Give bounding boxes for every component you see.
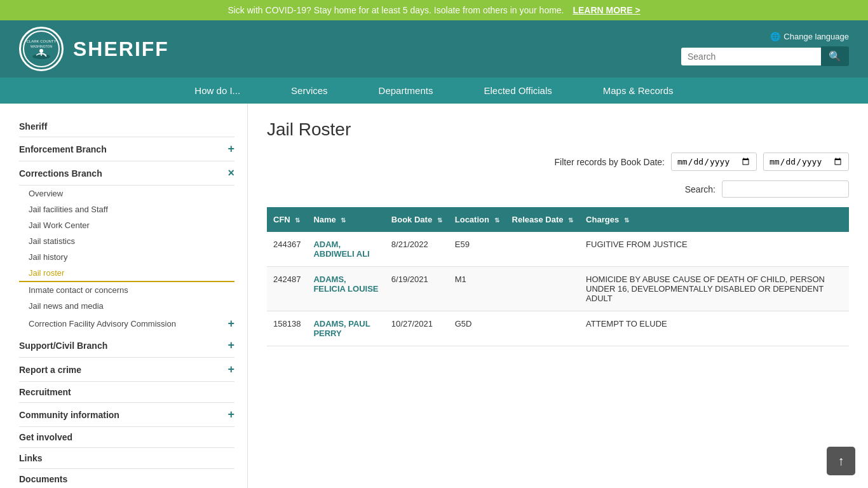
nav-elected-officials[interactable]: Elected Officials bbox=[458, 78, 577, 104]
logo: CLARK COUNTY WASHINGTON bbox=[19, 27, 64, 71]
table-row: 244367ADAM, ABDIWELI ALI8/21/2022E59FUGI… bbox=[267, 232, 849, 267]
location-sort-icon: ⇅ bbox=[494, 217, 499, 224]
cell-release-date bbox=[506, 232, 580, 267]
cell-release-date bbox=[506, 267, 580, 311]
sidebar-item-jail-news[interactable]: Jail news and media bbox=[19, 298, 234, 314]
nav-maps-records[interactable]: Maps & Records bbox=[578, 78, 699, 104]
sidebar-recruitment-label: Recruitment bbox=[19, 387, 71, 397]
report-crime-toggle-icon: + bbox=[227, 363, 234, 376]
sidebar-item-recruitment[interactable]: Recruitment bbox=[19, 382, 234, 403]
sidebar-report-crime-label: Report a crime bbox=[19, 365, 81, 375]
col-header-book-date[interactable]: Book Date ⇅ bbox=[385, 207, 449, 232]
sidebar-item-corrections[interactable]: Corrections Branch × bbox=[19, 161, 234, 186]
charges-sort-icon: ⇅ bbox=[624, 217, 629, 224]
inmate-name-link[interactable]: ADAMS, PAUL PERRY bbox=[313, 319, 370, 338]
sidebar-item-overview[interactable]: Overview bbox=[19, 186, 234, 201]
col-header-release-date[interactable]: Release Date ⇅ bbox=[506, 207, 580, 232]
cell-name: ADAMS, FELICIA LOUISE bbox=[307, 267, 384, 311]
search-row: Search: bbox=[267, 180, 849, 198]
table-row: 158138ADAMS, PAUL PERRY10/27/2021G5DATTE… bbox=[267, 311, 849, 346]
sidebar-jail-facilities-label: Jail facilities and Staff bbox=[29, 205, 108, 214]
support-civil-toggle-icon: + bbox=[227, 339, 234, 352]
search-label: Search: bbox=[685, 184, 715, 194]
sheriff-title: SHERIFF bbox=[73, 37, 169, 61]
sidebar-jail-history-label: Jail history bbox=[29, 252, 67, 262]
cell-book-date: 8/21/2022 bbox=[385, 232, 449, 267]
book-date-start-input[interactable] bbox=[671, 152, 757, 171]
site-header: CLARK COUNTY WASHINGTON SHERIFF 🌐 Change… bbox=[0, 20, 868, 78]
svg-text:WASHINGTON: WASHINGTON bbox=[31, 44, 53, 48]
sidebar-item-report-crime[interactable]: Report a crime + bbox=[19, 358, 234, 382]
sidebar-item-jail-history[interactable]: Jail history bbox=[19, 249, 234, 265]
nav-how-do-i[interactable]: How do I... bbox=[169, 78, 266, 104]
col-header-location[interactable]: Location ⇅ bbox=[449, 207, 506, 232]
svg-point-4 bbox=[39, 49, 43, 53]
filter-label: Filter records by Book Date: bbox=[554, 157, 665, 167]
sidebar-item-correction-facility[interactable]: Correction Facility Advisory Commission … bbox=[19, 314, 234, 334]
inmate-name-link[interactable]: ADAMS, FELICIA LOUISE bbox=[313, 274, 378, 294]
sidebar-item-links[interactable]: Links bbox=[19, 448, 234, 469]
table-search-input[interactable] bbox=[722, 180, 849, 198]
sidebar-item-documents[interactable]: Documents bbox=[19, 469, 234, 488]
sidebar-documents-label: Documents bbox=[19, 474, 67, 484]
sidebar-item-community[interactable]: Community information + bbox=[19, 403, 234, 427]
cell-location: E59 bbox=[449, 232, 506, 267]
sidebar-item-get-involved[interactable]: Get involved bbox=[19, 427, 234, 448]
scroll-top-button[interactable]: ↑ bbox=[827, 447, 855, 475]
corrections-toggle-icon: × bbox=[227, 166, 234, 180]
name-sort-icon: ⇅ bbox=[341, 217, 346, 224]
change-language-button[interactable]: 🌐 Change language bbox=[770, 32, 849, 41]
cell-release-date bbox=[506, 311, 580, 346]
sidebar-item-jail-facilities[interactable]: Jail facilities and Staff bbox=[19, 201, 234, 217]
sidebar-enforcement-label: Enforcement Branch bbox=[19, 144, 107, 154]
book-date-end-input[interactable] bbox=[763, 152, 849, 171]
table-header-row: CFN ⇅ Name ⇅ Book Date ⇅ Location ⇅ Rele… bbox=[267, 207, 849, 232]
main-nav: How do I... Services Departments Elected… bbox=[0, 78, 868, 104]
release-date-sort-icon: ⇅ bbox=[568, 217, 573, 224]
sidebar-inmate-contact-label: Inmate contact or concerns bbox=[29, 285, 128, 295]
sidebar-item-sheriff[interactable]: Sheriff bbox=[19, 116, 234, 137]
sidebar-corrections-label: Corrections Branch bbox=[19, 168, 102, 179]
page-title: Jail Roster bbox=[267, 119, 849, 140]
nav-services[interactable]: Services bbox=[266, 78, 353, 104]
sidebar-item-jail-work-center[interactable]: Jail Work Center bbox=[19, 217, 234, 233]
col-header-cfn[interactable]: CFN ⇅ bbox=[267, 207, 307, 232]
cell-charges: ATTEMPT TO ELUDE bbox=[580, 311, 849, 346]
sidebar-item-enforcement[interactable]: Enforcement Branch + bbox=[19, 137, 234, 161]
inmate-name-link[interactable]: ADAM, ABDIWELI ALI bbox=[313, 240, 369, 259]
cell-name: ADAMS, PAUL PERRY bbox=[307, 311, 384, 346]
header-search: 🔍 bbox=[681, 46, 849, 66]
sidebar-jail-work-center-label: Jail Work Center bbox=[29, 220, 90, 230]
sidebar-item-jail-roster[interactable]: Jail roster bbox=[19, 265, 234, 282]
col-header-name[interactable]: Name ⇅ bbox=[307, 207, 384, 232]
cfn-sort-icon: ⇅ bbox=[295, 217, 300, 224]
sidebar-sheriff-label: Sheriff bbox=[19, 121, 47, 132]
search-button[interactable]: 🔍 bbox=[821, 46, 849, 66]
sidebar-support-civil-label: Support/Civil Branch bbox=[19, 341, 107, 351]
sidebar-get-involved-label: Get involved bbox=[19, 432, 72, 442]
sidebar-links-label: Links bbox=[19, 453, 43, 463]
globe-icon: 🌐 bbox=[770, 32, 780, 41]
svg-text:CLARK COUNTY: CLARK COUNTY bbox=[26, 39, 56, 43]
sidebar-jail-news-label: Jail news and media bbox=[29, 301, 104, 311]
sidebar-item-inmate-contact[interactable]: Inmate contact or concerns bbox=[19, 282, 234, 298]
sidebar-correction-facility-label: Correction Facility Advisory Commission bbox=[29, 319, 176, 329]
sidebar-jail-statistics-label: Jail statistics bbox=[29, 236, 75, 246]
cell-cfn: 242487 bbox=[267, 267, 307, 311]
header-right: 🌐 Change language 🔍 bbox=[681, 32, 849, 66]
sidebar-item-support-civil[interactable]: Support/Civil Branch + bbox=[19, 334, 234, 358]
cell-location: M1 bbox=[449, 267, 506, 311]
cell-cfn: 244367 bbox=[267, 232, 307, 267]
correction-facility-toggle-icon: + bbox=[227, 317, 234, 330]
sidebar-overview-label: Overview bbox=[29, 189, 63, 198]
col-header-charges[interactable]: Charges ⇅ bbox=[580, 207, 849, 232]
search-input[interactable] bbox=[681, 48, 821, 65]
filter-row: Filter records by Book Date: bbox=[267, 152, 849, 171]
community-toggle-icon: + bbox=[227, 408, 234, 421]
learn-more-link[interactable]: LEARN MORE > bbox=[573, 5, 640, 15]
covid-banner: Sick with COVID-19? Stay home for at lea… bbox=[0, 0, 868, 20]
nav-departments[interactable]: Departments bbox=[353, 78, 459, 104]
cell-cfn: 158138 bbox=[267, 311, 307, 346]
sidebar-item-jail-statistics[interactable]: Jail statistics bbox=[19, 233, 234, 249]
cell-book-date: 6/19/2021 bbox=[385, 267, 449, 311]
